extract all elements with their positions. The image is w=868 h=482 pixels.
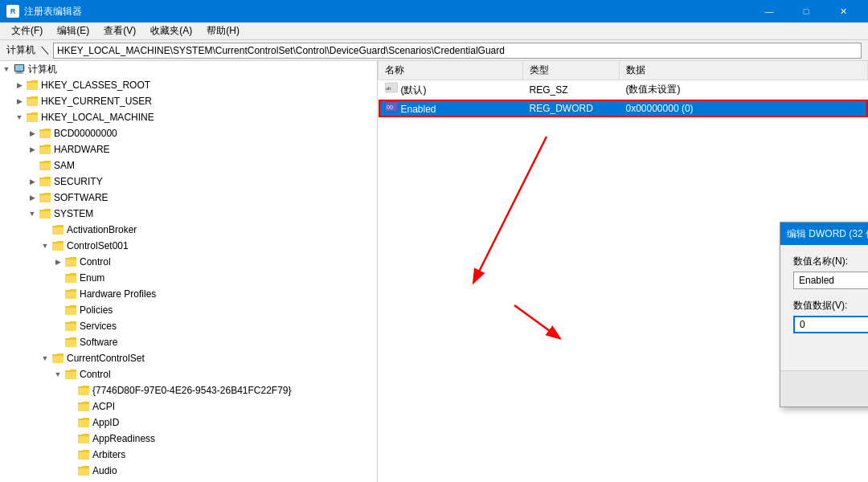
address-path[interactable]: HKEY_LOCAL_MACHINE\SYSTEM\CurrentControl…: [53, 43, 862, 59]
tree-label: HKEY_LOCAL_MACHINE: [41, 112, 154, 123]
tree-item[interactable]: Control: [0, 366, 377, 382]
tree-label: SOFTWARE: [54, 192, 108, 203]
reg-name-cell: ab(默认): [379, 80, 523, 100]
svg-rect-3: [15, 73, 23, 74]
tree-item[interactable]: Control: [0, 254, 377, 270]
dialog-body: 数值名称(N): 数值数据(V): 基数 十六进制(H): [780, 245, 868, 370]
tree-item[interactable]: BackupRestore: [0, 479, 377, 482]
tree-label: BCD00000000: [54, 128, 117, 139]
tree-label: SYSTEM: [54, 208, 93, 219]
table-row[interactable]: ab(默认)REG_SZ(数值未设置): [379, 80, 868, 100]
tree-item[interactable]: ControlSet001: [0, 238, 377, 254]
tree-item[interactable]: Services: [0, 318, 377, 334]
tree-label: CurrentControlSet: [67, 353, 145, 364]
main-content: 计算机HKEY_CLASSES_ROOTHKEY_CURRENT_USERHKE…: [0, 61, 868, 482]
tree-panel[interactable]: 计算机HKEY_CLASSES_ROOTHKEY_CURRENT_USERHKE…: [0, 61, 378, 482]
folder-icon: [77, 464, 90, 477]
menu-help[interactable]: 帮助(H): [200, 22, 246, 39]
tree-label: AppReadiness: [92, 433, 155, 444]
reg-data-cell: 0x00000000 (0): [620, 100, 868, 117]
edit-dword-dialog: 编辑 DWORD (32 位值) ✕ 数值名称(N): 数值数据(V): 基数: [780, 222, 868, 407]
tree-label: Arbiters: [92, 449, 125, 460]
tree-arrow: [26, 145, 39, 153]
folder-icon: [64, 368, 77, 381]
tree-item[interactable]: HKEY_CLASSES_ROOT: [0, 77, 377, 93]
folder-icon: [64, 288, 77, 300]
tree-label: 计算机: [28, 63, 57, 76]
tree-item[interactable]: Policies: [0, 302, 377, 318]
table-row[interactable]: 00EnabledREG_DWORD0x00000000 (0): [379, 100, 868, 117]
tree-label: Policies: [80, 304, 113, 316]
tree-item[interactable]: CurrentControlSet: [0, 350, 377, 366]
folder-icon: [64, 320, 77, 333]
menu-edit[interactable]: 编辑(E): [51, 22, 96, 39]
tree-item[interactable]: Hardware Profiles: [0, 286, 377, 302]
tree-arrow: [26, 194, 39, 202]
tree-item[interactable]: HARDWARE: [0, 141, 377, 157]
tree-item[interactable]: HKEY_LOCAL_MACHINE: [0, 109, 377, 125]
reg-type-cell: REG_SZ: [523, 80, 620, 100]
tree-label: SAM: [54, 160, 75, 171]
tree-item[interactable]: SOFTWARE: [0, 190, 377, 206]
close-button[interactable]: ✕: [825, 0, 862, 22]
folder-icon: [26, 95, 39, 108]
reg-name: Enabled: [401, 104, 436, 115]
tree-arrow: [26, 178, 39, 186]
menu-favorites[interactable]: 收藏夹(A): [144, 22, 199, 39]
tree-item[interactable]: HKEY_CURRENT_USER: [0, 93, 377, 109]
dword-icon: 00: [385, 101, 398, 112]
svg-rect-1: [15, 65, 23, 71]
minimize-button[interactable]: —: [751, 0, 788, 22]
tree-item[interactable]: Enum: [0, 270, 377, 286]
reg-name-cell: 00Enabled: [379, 100, 523, 117]
tree-arrow: [26, 210, 39, 218]
tree-item[interactable]: ActivationBroker: [0, 222, 377, 238]
value-input[interactable]: [793, 316, 868, 333]
folder-icon: [51, 239, 64, 252]
folder-icon: [77, 416, 90, 429]
window-controls[interactable]: — □ ✕: [751, 0, 862, 22]
menu-bar: 文件(F) 编辑(E) 查看(V) 收藏夹(A) 帮助(H): [0, 22, 868, 40]
tree-item[interactable]: AppReadiness: [0, 431, 377, 447]
tree-item[interactable]: SAM: [0, 157, 377, 174]
tree-item[interactable]: BCD00000000: [0, 125, 377, 141]
dialog-buttons: 确定 取消: [780, 370, 868, 406]
col-type: 类型: [523, 61, 620, 80]
tree-item[interactable]: {7746D80F-97E0-4E26-9543-26B41FC22F79}: [0, 382, 377, 398]
folder-icon: [39, 207, 51, 220]
reg-type-cell: REG_DWORD: [523, 100, 620, 117]
tree-label: HKEY_CLASSES_ROOT: [41, 80, 150, 91]
right-panel-container: 名称 类型 数据 ab(默认)REG_SZ(数值未设置)00EnabledREG…: [378, 61, 868, 482]
reg-name: (默认): [401, 84, 427, 96]
menu-file[interactable]: 文件(F): [5, 22, 49, 39]
tree-label: Audio: [92, 465, 117, 476]
tree-arrow: [39, 242, 51, 250]
col-name: 名称: [379, 61, 523, 80]
reg-data-cell: (数值未设置): [620, 80, 868, 100]
folder-icon: [64, 272, 77, 284]
tree-item[interactable]: SECURITY: [0, 174, 377, 190]
tree-item[interactable]: SYSTEM: [0, 206, 377, 222]
tree-item[interactable]: AppID: [0, 415, 377, 431]
tree-item[interactable]: Software: [0, 334, 377, 350]
tree-item[interactable]: ACPI: [0, 398, 377, 415]
maximize-button[interactable]: □: [788, 0, 825, 22]
tree-item[interactable]: Audio: [0, 463, 377, 479]
tree-label: AppID: [92, 417, 119, 428]
tree-item[interactable]: 计算机: [0, 61, 377, 77]
tree-item[interactable]: Arbiters: [0, 447, 377, 463]
ab-icon: ab: [385, 82, 398, 93]
tree-label: Software: [80, 337, 117, 348]
folder-icon: [39, 159, 51, 172]
folder-icon: [39, 127, 51, 140]
app-icon: R: [6, 5, 19, 18]
folder-icon: [64, 304, 77, 317]
tree-label: ACPI: [92, 401, 115, 412]
menu-view[interactable]: 查看(V): [97, 22, 142, 39]
folder-icon: [39, 175, 51, 188]
name-input[interactable]: [793, 272, 868, 289]
tree-label: Control: [80, 369, 111, 380]
folder-icon: [13, 63, 26, 76]
tree-label: HARDWARE: [54, 144, 110, 155]
folder-icon: [64, 336, 77, 349]
